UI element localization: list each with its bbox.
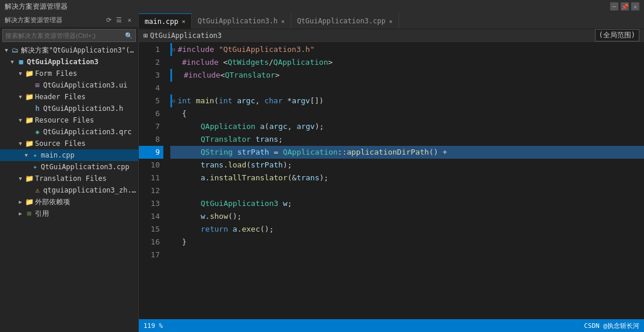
- code-editor[interactable]: 1 2 3 4 5 6 7 8 9 10 11 12 13 14 15 16 1…: [139, 42, 644, 319]
- source-files-label: Source Files: [35, 139, 86, 148]
- editor-area: main.cpp ✕ QtGuiApplication3.h ✕ QtGuiAp…: [139, 13, 644, 332]
- code-line-4: [170, 82, 644, 95]
- tree-arrow-translation[interactable]: [16, 174, 24, 183]
- search-icon[interactable]: 🔍: [125, 32, 133, 40]
- tab-modified-indicator: ✕: [182, 18, 186, 25]
- main-cpp-label: main.cpp: [41, 151, 75, 159]
- code-content[interactable]: ⊟#include "QtGuiApplication3.h" #include…: [168, 42, 644, 319]
- code-line-17: [170, 249, 644, 261]
- external-deps-label: 外部依赖项: [35, 197, 70, 207]
- ln-14: 14: [139, 210, 163, 223]
- breadcrumb-scope-text: (全局范围): [599, 31, 635, 39]
- ln-3: 3: [139, 69, 163, 82]
- folder-source-icon: 📁: [24, 139, 34, 148]
- tree-item-solution[interactable]: 🗂 解决方案"QtGuiApplication3"(1 个项: [0, 44, 138, 56]
- tree-arrow-h: [24, 104, 33, 113]
- tree-item-resource-files[interactable]: 📁 Resource Files: [0, 114, 138, 126]
- ln-13: 13: [139, 197, 163, 210]
- code-line-9: QString strPath = QApplication::applicat…: [170, 146, 644, 159]
- ln-5: 5: [139, 95, 163, 107]
- code-line-8: QTranslator trans;: [170, 133, 644, 146]
- pin-btn[interactable]: 📌: [621, 2, 629, 11]
- ui-file-icon: ⊞: [33, 81, 42, 90]
- code-line-11: a.installTranslator(&trans);: [170, 172, 644, 184]
- collapse-1[interactable]: ⊟: [172, 43, 175, 56]
- tree-arrow-qrc: [24, 128, 33, 136]
- solution-tree: 🗂 解决方案"QtGuiApplication3"(1 个项 ■ QtGuiAp…: [0, 44, 138, 332]
- zoom-level: 119 %: [144, 322, 163, 330]
- qrc-file-icon: ◈: [33, 127, 42, 137]
- title-controls: ─ 📌 ✕: [610, 2, 639, 11]
- tree-item-main-cpp[interactable]: ✦ main.cpp: [0, 149, 138, 161]
- search-input[interactable]: [5, 32, 125, 39]
- tab-header-h[interactable]: QtGuiApplication3.h ✕: [192, 13, 291, 29]
- sidebar-filter-btn[interactable]: ☰: [115, 16, 123, 24]
- solution-label: 解决方案"QtGuiApplication3"(1 个项: [21, 46, 136, 55]
- tree-item-ts[interactable]: ⚠ qtguiapplication3_zh.ts: [0, 184, 138, 196]
- project-icon: ■: [16, 57, 26, 67]
- tab-main-cpp[interactable]: main.cpp ✕: [139, 13, 192, 29]
- sidebar: 解决方案资源管理器 ⟳ ☰ ✕ 🔍 🗂 解决方案"QtGuiApplicatio…: [0, 13, 139, 332]
- tab-bar: main.cpp ✕ QtGuiApplication3.h ✕ QtGuiAp…: [139, 13, 644, 29]
- sidebar-sync-btn[interactable]: ⟳: [104, 16, 113, 24]
- tree-arrow-main-cpp[interactable]: [22, 151, 30, 159]
- tree-item-qrc[interactable]: ◈ QtGuiApplication3.qrc: [0, 126, 138, 138]
- ln-8: 8: [139, 133, 163, 146]
- code-line-6: {: [170, 107, 644, 120]
- tree-arrow-ui: [24, 81, 33, 89]
- tree-arrow-refs[interactable]: [16, 209, 24, 218]
- tree-item-refs[interactable]: ⊞ 引用: [0, 208, 138, 219]
- app-cpp-icon: ✦: [30, 162, 40, 172]
- tab-app-cpp-close[interactable]: ✕: [389, 18, 393, 25]
- tree-item-ui[interactable]: ⊞ QtGuiApplication3.ui: [0, 79, 138, 91]
- qrc-file-label: QtGuiApplication3.qrc: [43, 128, 132, 136]
- status-bar: 119 % CSDN @执念斩长河: [139, 319, 644, 332]
- code-line-2: #include <QtWidgets/QApplication>: [170, 56, 644, 69]
- folder-translation-icon: 📁: [24, 174, 34, 183]
- breadcrumb-scope[interactable]: (全局范围): [595, 29, 639, 41]
- tree-arrow-app-cpp: [22, 163, 30, 171]
- tree-item-external-deps[interactable]: 📁 外部依赖项: [0, 196, 138, 208]
- code-line-5: ⊟int main(int argc, char *argv[]): [170, 95, 644, 107]
- tree-item-source-files[interactable]: 📁 Source Files: [0, 138, 138, 149]
- ln-11: 11: [139, 172, 163, 184]
- resource-files-label: Resource Files: [35, 116, 94, 124]
- translation-files-label: Translation Files: [35, 174, 107, 183]
- ln-4: 4: [139, 82, 163, 95]
- title-text: 解决方案资源管理器: [5, 2, 68, 12]
- code-line-12: [170, 184, 644, 197]
- ts-file-label: qtguiapplication3_zh.ts: [43, 186, 136, 194]
- folder-external-icon: 📁: [24, 197, 34, 207]
- breadcrumb-text: QtGuiApplication3: [150, 32, 222, 40]
- tree-arrow-project[interactable]: [8, 58, 16, 66]
- minimize-btn[interactable]: ─: [610, 2, 618, 11]
- sidebar-title: 解决方案资源管理器: [5, 16, 62, 25]
- ts-file-icon: ⚠: [33, 186, 42, 195]
- tree-arrow-header[interactable]: [16, 93, 24, 101]
- tab-header-close[interactable]: ✕: [281, 18, 285, 25]
- main-cpp-icon: ✦: [30, 151, 40, 160]
- main-layout: 解决方案资源管理器 ⟳ ☰ ✕ 🔍 🗂 解决方案"QtGuiApplicatio…: [0, 13, 644, 332]
- folder-form-icon: 📁: [24, 69, 34, 78]
- tree-arrow-solution[interactable]: [2, 46, 10, 54]
- code-line-10: trans.load(strPath);: [170, 159, 644, 172]
- sidebar-close-btn[interactable]: ✕: [125, 16, 134, 24]
- tree-item-project[interactable]: ■ QtGuiApplication3: [0, 56, 138, 68]
- tree-arrow-form[interactable]: [16, 69, 24, 78]
- breadcrumb-bar: ⊞ QtGuiApplication3 (全局范围): [139, 29, 644, 42]
- tree-arrow-external[interactable]: [16, 198, 24, 206]
- tree-item-header-files[interactable]: 📁 Header Files: [0, 91, 138, 103]
- collapse-5[interactable]: ⊟: [172, 95, 175, 107]
- tab-app-cpp[interactable]: QtGuiApplication3.cpp ✕: [291, 13, 399, 29]
- ln-9: 9: [139, 146, 163, 159]
- tree-item-form-files[interactable]: 📁 Form Files: [0, 68, 138, 79]
- ln-6: 6: [139, 107, 163, 120]
- tree-item-translation-files[interactable]: 📁 Translation Files: [0, 173, 138, 184]
- tree-arrow-resource[interactable]: [16, 116, 24, 124]
- ln-7: 7: [139, 120, 163, 133]
- close-sidebar-btn[interactable]: ✕: [631, 2, 639, 11]
- code-line-13: QtGuiApplication3 w;: [170, 197, 644, 210]
- tree-item-app-cpp[interactable]: ✦ QtGuiApplication3.cpp: [0, 161, 138, 173]
- tree-arrow-source[interactable]: [16, 139, 24, 148]
- tree-item-h-file[interactable]: h QtGuiApplication3.h: [0, 103, 138, 114]
